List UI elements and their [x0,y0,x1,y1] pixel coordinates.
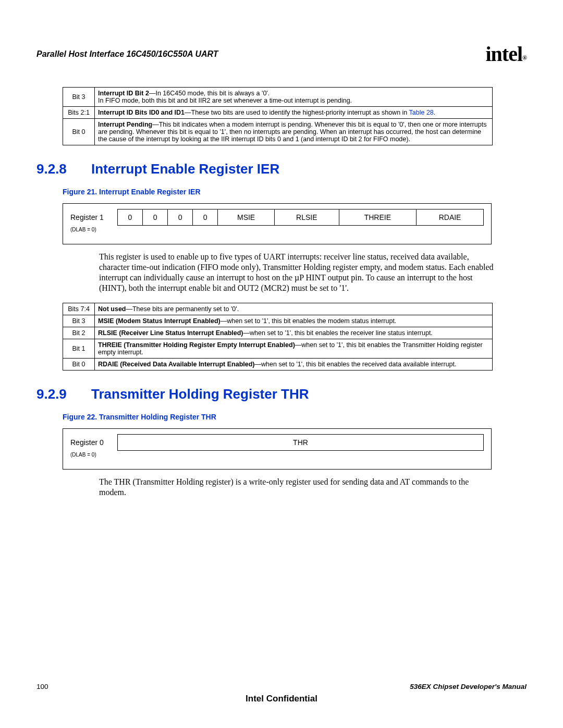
bit-desc: THREIE (Transmitter Holding Register Emp… [95,339,493,359]
table-row: Bit 0 Interrupt Pending—This bit indicat… [63,119,493,145]
thr-register-table: Register 0 THR [70,434,484,451]
bit-label: Bit 2 [63,327,95,339]
page-footer: 100 536EX Chipset Developer's Manual Int… [36,683,527,704]
thr-description: The THR (Transmitter Holding register) i… [99,477,495,498]
register-label: Register 1 [70,209,118,226]
figure-caption-ier: Figure 21. Interrupt Enable Register IER [63,188,527,196]
table-row: Bits 7:4 Not used—These bits are permane… [63,303,493,315]
reg-bit: THREIE [339,209,417,226]
bit-label: Bit 3 [63,315,95,327]
reg-bit: 0 [143,209,168,226]
reg-bit: MSIE [218,209,275,226]
reg-bit: RDAIE [417,209,484,226]
table-row: Bit 0 RDAIE (Received Data Available Int… [63,359,493,371]
bit-desc: Interrupt ID Bit 2—In 16C450 mode, this … [95,88,493,107]
table-row: Bit 3 Interrupt ID Bit 2—In 16C450 mode,… [63,88,493,107]
reg-bit: 0 [168,209,193,226]
thr-register-box: Register 0 THR (DLAB = 0) [63,428,492,470]
ier-register-box: Register 1 0 0 0 0 MSIE RLSIE THREIE RDA… [63,203,492,244]
bit-label: Bits 2:1 [63,107,95,119]
reg-bit: THR [118,435,484,451]
dlab-note: (DLAB = 0) [70,452,484,458]
bit-label: Bit 3 [63,88,95,107]
reg-bit: 0 [193,209,218,226]
bit-desc: RLSIE (Receiver Line Status Interrupt En… [95,327,493,339]
ier-bit-table: Bits 7:4 Not used—These bits are permane… [63,303,493,371]
table-row: Bits 2:1 Interrupt ID Bits ID0 and ID1—T… [63,107,493,119]
table-row: Bit 3 MSIE (Modem Status Interrupt Enabl… [63,315,493,327]
iir-bit-table: Bit 3 Interrupt ID Bit 2—In 16C450 mode,… [63,87,493,145]
ier-description: This register is used to enable up to fi… [99,252,495,293]
figure-caption-thr: Figure 22. Transmitter Holding Register … [63,413,527,421]
intel-logo: intel® [485,42,527,66]
section-heading-thr: 9.2.9Transmitter Holding Register THR [36,386,527,402]
bit-label: Bit 1 [63,339,95,359]
header-title: Parallel Host Interface 16C450/16C550A U… [36,50,218,59]
section-heading-ier: 9.2.8Interrupt Enable Register IER [36,161,527,177]
bit-desc: Interrupt Pending—This bit indicates whe… [95,119,493,145]
bit-desc: MSIE (Modem Status Interrupt Enabled)—wh… [95,315,493,327]
table-link[interactable]: Table 28 [409,109,434,116]
bit-label: Bit 0 [63,119,95,145]
confidential-label: Intel Confidential [36,694,527,704]
table-row: Bit 2 RLSIE (Receiver Line Status Interr… [63,327,493,339]
bit-label: Bits 7:4 [63,303,95,315]
ier-register-table: Register 1 0 0 0 0 MSIE RLSIE THREIE RDA… [70,209,484,226]
register-label: Register 0 [70,435,118,451]
reg-bit: 0 [118,209,143,226]
dlab-note: (DLAB = 0) [70,227,484,232]
reg-bit: RLSIE [275,209,339,226]
manual-title: 536EX Chipset Developer's Manual [410,683,527,690]
page-header: Parallel Host Interface 16C450/16C550A U… [36,42,527,66]
bit-desc: RDAIE (Received Data Available Interrupt… [95,359,493,371]
bit-desc: Not used—These bits are permanently set … [95,303,493,315]
page-number: 100 [36,683,48,690]
bit-desc: Interrupt ID Bits ID0 and ID1—These two … [95,107,493,119]
bit-label: Bit 0 [63,359,95,371]
table-row: Bit 1 THREIE (Transmitter Holding Regist… [63,339,493,359]
